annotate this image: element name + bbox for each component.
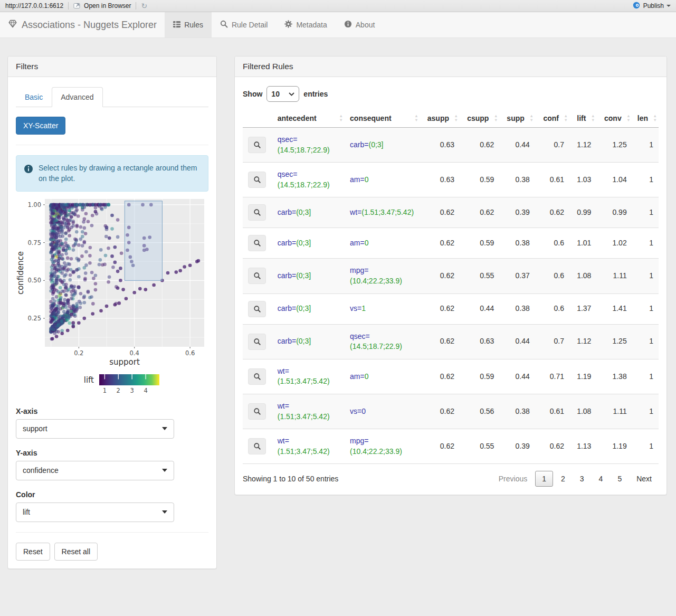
svg-text:1: 1: [103, 387, 107, 394]
table-row: carb=​(0;3]​vs=​1​0.620.440.380.61.371.4…: [243, 293, 659, 324]
len-value: 1: [632, 324, 659, 359]
svg-text:0.50: 0.50: [27, 277, 41, 284]
conv-value: 1.38: [596, 359, 632, 394]
column-header-asupp[interactable]: asupp▲▼: [420, 109, 460, 128]
supp-value: 0.44: [499, 128, 535, 163]
page-button-1[interactable]: 1: [535, 471, 553, 487]
lift-value: 1.13: [569, 429, 596, 464]
svg-text:0.25: 0.25: [27, 315, 41, 322]
column-header-consequent[interactable]: consequent▲▼: [345, 109, 420, 128]
main-content: Filters Basic Advanced XY-Scatter Select…: [0, 38, 676, 585]
scatter-plot[interactable]: 0.20.40.60.250.500.751.00supportconfiden…: [16, 195, 208, 402]
antecedent-cell: qsec=​(14.5;18.7;22.9)​: [272, 163, 345, 197]
rule-detail-button[interactable]: [248, 334, 266, 350]
open-in-browser-icon: [73, 2, 81, 11]
antecedent-cell: carb=​(0;3]​: [272, 293, 345, 324]
previous-page-button[interactable]: Previous: [492, 471, 534, 487]
lift-value: 1.08: [569, 394, 596, 429]
rule-detail-button[interactable]: [248, 172, 266, 188]
svg-text:0.75: 0.75: [27, 239, 41, 246]
sort-arrows-icon: ▲▼: [494, 114, 498, 122]
viewer-toolbar: http://127.0.0.1:6612 Open in Browser ↻ …: [0, 0, 676, 12]
lift-color-legend: 1234lift: [84, 374, 159, 394]
y-axis-select[interactable]: confidence: [16, 461, 174, 480]
search-icon: [220, 20, 228, 30]
len-value: 1: [632, 359, 659, 394]
rule-detail-button[interactable]: [248, 137, 266, 153]
consequent-cell: mpg=​(10.4;22.2;33.9)​: [345, 259, 420, 293]
nav-tab-rule-detail[interactable]: Rule Detail: [212, 12, 276, 37]
brush-selection[interactable]: [125, 201, 162, 280]
rule-detail-button[interactable]: [248, 438, 266, 454]
sort-arrows-icon: ▲▼: [564, 114, 568, 122]
column-header-csupp[interactable]: csupp▲▼: [460, 109, 499, 128]
x-axis-value: support: [23, 424, 47, 433]
x-axis-select[interactable]: support: [16, 419, 174, 439]
conv-value: 1.25: [596, 128, 632, 163]
nav-tab-metadata[interactable]: Metadata: [276, 12, 335, 37]
legend-title: lift: [84, 375, 94, 384]
len-value: 1: [632, 197, 659, 228]
conv-value: 1.11: [596, 394, 632, 429]
color-value: lift: [23, 508, 30, 516]
rule-detail-button[interactable]: [248, 235, 266, 251]
show-label: Show: [243, 90, 262, 98]
conv-value: 1.02: [596, 228, 632, 259]
open-in-browser-button[interactable]: Open in Browser: [73, 2, 131, 11]
reset-all-button[interactable]: Reset all: [54, 543, 98, 561]
info-alert: Select rules by drawing a rectangle arou…: [16, 155, 208, 192]
page-button-2[interactable]: 2: [554, 471, 572, 487]
xy-scatter-button[interactable]: XY-Scatter: [16, 117, 65, 135]
consequent-cell: wt=​(1.51;3.47;5.42)​: [345, 197, 420, 228]
tab-advanced[interactable]: Advanced: [52, 87, 102, 107]
publish-button[interactable]: Publish: [632, 1, 671, 11]
conv-value: 0.99: [596, 197, 632, 228]
nav-tabs: Rules Rule Detail Metadata About: [165, 12, 383, 37]
reset-button[interactable]: Reset: [16, 543, 50, 561]
supp-value: 0.44: [499, 359, 535, 394]
refresh-icon[interactable]: ↻: [141, 2, 147, 10]
supp-value: 0.38: [499, 228, 535, 259]
page-button-5[interactable]: 5: [611, 471, 629, 487]
nav-tab-rules[interactable]: Rules: [165, 12, 212, 37]
table-row: carb=​(0;3]​wt=​(1.51;3.47;5.42)​0.620.6…: [243, 197, 659, 228]
rule-detail-button[interactable]: [248, 204, 266, 221]
publish-caret-icon: [667, 5, 671, 9]
rule-detail-button[interactable]: [248, 368, 266, 385]
rule-detail-button[interactable]: [248, 268, 266, 284]
column-header-len[interactable]: len▲▼: [632, 109, 659, 128]
color-label: Color: [16, 490, 208, 499]
asupp-value: 0.62: [420, 359, 460, 394]
nav-tab-about[interactable]: About: [336, 12, 384, 37]
tab-basic[interactable]: Basic: [16, 87, 52, 107]
csupp-value: 0.62: [460, 128, 499, 163]
csupp-value: 0.55: [460, 259, 499, 293]
table-row: carb=​(0;3]​am=​0​0.620.590.380.61.011.0…: [243, 228, 659, 259]
page-button-3[interactable]: 3: [573, 471, 591, 487]
rule-detail-button[interactable]: [248, 403, 266, 420]
column-header-supp[interactable]: supp▲▼: [499, 109, 535, 128]
lift-value: 0.99: [569, 197, 596, 228]
page-button-4[interactable]: 4: [592, 471, 610, 487]
conf-value: 0.62: [535, 429, 569, 464]
rule-detail-button[interactable]: [248, 301, 266, 317]
antecedent-cell: carb=​(0;3]​: [272, 228, 345, 259]
y-axis-label: Y-axis: [16, 449, 208, 457]
column-header-conv[interactable]: conv▲▼: [596, 109, 632, 128]
app-window: http://127.0.0.1:6612 Open in Browser ↻ …: [0, 0, 676, 616]
next-page-button[interactable]: Next: [630, 471, 659, 487]
lift-value: 1.12: [569, 128, 596, 163]
supp-value: 0.37: [499, 259, 535, 293]
supp-value: 0.39: [499, 197, 535, 228]
column-header-antecedent[interactable]: antecedent▲▼: [272, 109, 345, 128]
x-axis-label: X-axis: [16, 407, 208, 415]
page-length-select[interactable]: 10: [266, 86, 299, 102]
gear-icon: [284, 20, 292, 30]
consequent-cell: carb=​(0;3]​: [345, 128, 420, 163]
column-header-conf[interactable]: conf▲▼: [535, 109, 569, 128]
column-header-lift[interactable]: lift▲▼: [569, 109, 596, 128]
page-length-value: 10: [271, 90, 280, 98]
conf-value: 0.6: [535, 259, 569, 293]
color-select[interactable]: lift: [16, 503, 174, 522]
conv-value: 1.04: [596, 163, 632, 197]
